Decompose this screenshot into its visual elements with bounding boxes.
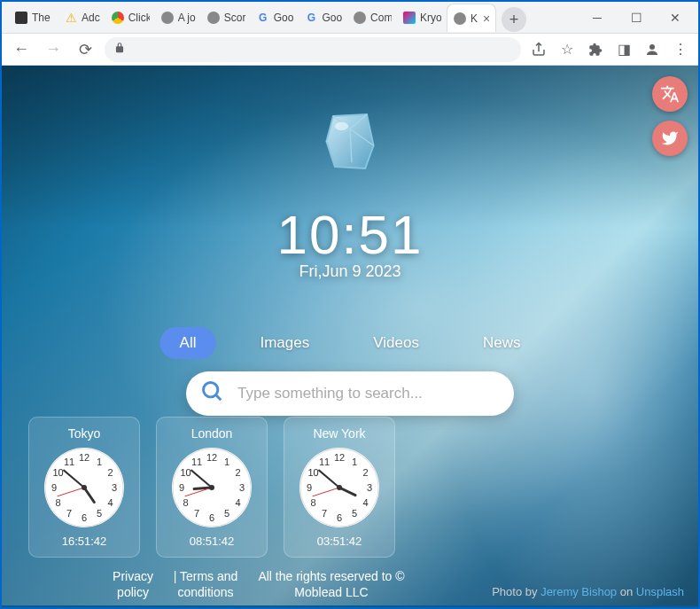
- window-minimize[interactable]: ─: [578, 4, 617, 31]
- svg-text:10: 10: [307, 467, 318, 478]
- tab-favicon: [160, 11, 175, 25]
- svg-text:11: 11: [64, 457, 74, 467]
- svg-point-20: [82, 485, 87, 490]
- tab-label: Kryo: [420, 12, 441, 24]
- address-bar[interactable]: [105, 37, 521, 62]
- privacy-link[interactable]: Privacy policy: [106, 568, 159, 600]
- category-tab-images[interactable]: Images: [240, 327, 329, 359]
- svg-text:2: 2: [235, 467, 240, 478]
- window-close[interactable]: ✕: [656, 4, 695, 31]
- svg-point-2: [204, 383, 218, 397]
- tab-label: The I: [32, 12, 53, 24]
- svg-text:5: 5: [352, 508, 357, 519]
- back-button[interactable]: ←: [9, 37, 34, 62]
- clock-digital-time: 03:51:42: [317, 535, 362, 548]
- svg-text:7: 7: [66, 508, 72, 519]
- svg-text:9: 9: [179, 482, 184, 493]
- svg-text:3: 3: [112, 482, 117, 493]
- clock-city-label: London: [191, 426, 233, 441]
- browser-tab[interactable]: Kryo: [397, 4, 447, 32]
- footer-links: Privacy policy | Terms and conditions Al…: [106, 568, 411, 600]
- svg-text:8: 8: [183, 497, 188, 508]
- search-bar[interactable]: [186, 371, 514, 416]
- tab-favicon: ⚠: [64, 11, 78, 25]
- svg-text:5: 5: [97, 508, 102, 519]
- reload-button[interactable]: ⟳: [73, 37, 97, 62]
- browser-toolbar: ← → ⟳ ☆ ◨ ⋮: [2, 34, 698, 66]
- clock-digital-time: 08:51:42: [190, 535, 235, 548]
- svg-text:12: 12: [206, 452, 217, 463]
- window-maximize[interactable]: ☐: [617, 4, 656, 31]
- clock-digital-time: 16:51:42: [62, 535, 107, 548]
- author-link[interactable]: Jeremy Bishop: [541, 585, 617, 598]
- window-controls: ─ ☐ ✕: [578, 4, 695, 31]
- svg-text:1: 1: [224, 457, 229, 467]
- svg-text:6: 6: [209, 512, 214, 523]
- close-tab-icon[interactable]: ×: [483, 12, 490, 26]
- ice-cube-logo: [308, 99, 393, 183]
- svg-text:10: 10: [52, 467, 63, 478]
- copyright-text: All the rights reserved to © Moblead LLC: [252, 568, 411, 600]
- browser-tab[interactable]: K×: [447, 4, 496, 32]
- toolbar-actions: ☆ ◨ ⋮: [528, 39, 691, 60]
- clock-city-label: Tokyo: [68, 426, 101, 441]
- sidepanel-icon[interactable]: ◨: [613, 39, 634, 60]
- tab-strip: The I⚠AdcClickA joScorGGooGGooComKryoK×+: [2, 2, 526, 32]
- browser-tab[interactable]: Com: [347, 4, 397, 32]
- category-tab-news[interactable]: News: [463, 327, 541, 359]
- translate-button[interactable]: [652, 76, 688, 112]
- search-icon: [200, 379, 225, 408]
- svg-text:2: 2: [107, 467, 113, 478]
- browser-tab[interactable]: The I: [9, 4, 58, 32]
- world-clocks: Tokyo 123456789101112 16:51:42 London 12…: [28, 417, 395, 558]
- browser-tab[interactable]: ⚠Adc: [58, 4, 105, 32]
- browser-tab[interactable]: GGoo: [299, 4, 347, 32]
- extensions-icon[interactable]: [585, 39, 606, 60]
- tab-label: Com: [370, 12, 392, 24]
- clock-card-london[interactable]: London 123456789101112 08:51:42: [156, 417, 268, 558]
- clock-card-new-york[interactable]: New York 123456789101112 03:51:42: [284, 417, 395, 558]
- menu-icon[interactable]: ⋮: [670, 39, 691, 60]
- tab-label: K: [471, 12, 478, 25]
- tab-label: Goo: [274, 12, 294, 24]
- tab-favicon: [14, 11, 28, 25]
- lock-icon: [113, 42, 126, 58]
- browser-tab[interactable]: Scor: [201, 4, 251, 32]
- svg-text:2: 2: [362, 467, 368, 478]
- svg-text:11: 11: [191, 457, 202, 467]
- clock-card-tokyo[interactable]: Tokyo 123456789101112 16:51:42: [28, 417, 140, 558]
- analog-clock-icon: 123456789101112: [299, 448, 379, 527]
- floating-actions: [652, 76, 688, 156]
- svg-point-37: [209, 485, 214, 490]
- svg-text:10: 10: [180, 467, 191, 478]
- browser-tab[interactable]: GGoo: [251, 4, 299, 32]
- bookmark-icon[interactable]: ☆: [556, 39, 578, 60]
- browser-tab[interactable]: Click: [105, 4, 155, 32]
- category-tab-videos[interactable]: Videos: [354, 327, 439, 359]
- svg-text:3: 3: [367, 482, 372, 493]
- search-categories: AllImagesVideosNews: [160, 327, 541, 359]
- svg-text:8: 8: [310, 497, 315, 508]
- time-display: 10:51 Fri,Jun 9 2023: [276, 203, 423, 281]
- twitter-button[interactable]: [652, 121, 688, 156]
- analog-clock-icon: 123456789101112: [172, 448, 252, 527]
- svg-text:1: 1: [352, 457, 357, 467]
- browser-tab[interactable]: A jo: [155, 4, 201, 32]
- svg-text:1: 1: [97, 457, 102, 467]
- category-tab-all[interactable]: All: [160, 327, 216, 359]
- tab-label: Goo: [322, 12, 342, 24]
- profile-icon[interactable]: [642, 39, 663, 60]
- forward-button[interactable]: →: [41, 37, 66, 62]
- svg-text:7: 7: [322, 508, 327, 519]
- svg-text:6: 6: [82, 512, 87, 523]
- tab-label: Adc: [82, 12, 100, 24]
- svg-text:5: 5: [224, 508, 229, 519]
- svg-text:4: 4: [107, 497, 113, 508]
- share-icon[interactable]: [528, 39, 549, 60]
- page-content: 10:51 Fri,Jun 9 2023 AllImagesVideosNews…: [2, 66, 698, 605]
- search-input[interactable]: [237, 385, 500, 402]
- source-link[interactable]: Unsplash: [636, 585, 684, 598]
- new-tab-button[interactable]: +: [502, 7, 526, 32]
- tab-label: A jo: [178, 12, 196, 24]
- terms-link[interactable]: | Terms and conditions: [165, 568, 246, 600]
